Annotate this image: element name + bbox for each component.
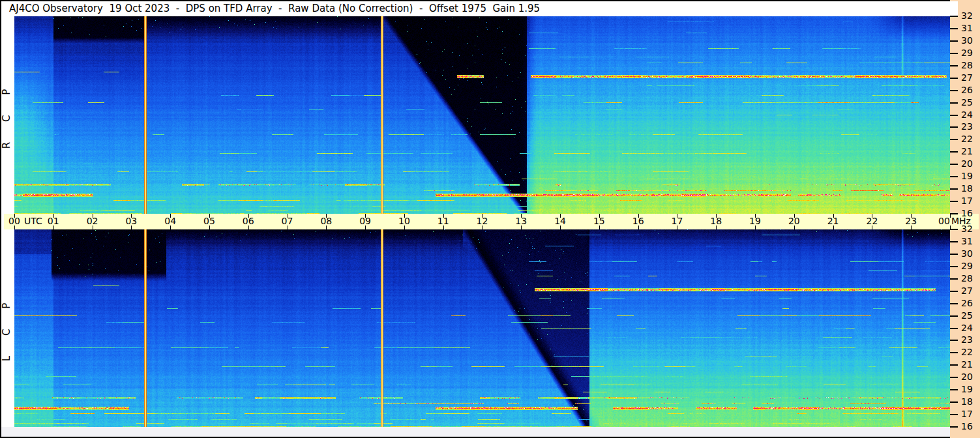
hour-tick — [716, 226, 717, 229]
hour-tick — [170, 226, 171, 229]
hour-tick — [443, 226, 444, 229]
freq-tick — [950, 291, 958, 292]
freq-tick — [950, 340, 958, 341]
hour-tick — [93, 214, 93, 218]
freq-tick — [950, 40, 958, 42]
hour-tick — [560, 226, 561, 229]
hour-tick — [53, 214, 54, 218]
hour-tick — [521, 226, 522, 229]
freq-tick — [950, 414, 958, 415]
freq-label: 21 — [961, 146, 978, 156]
freq-label: 22 — [961, 347, 978, 357]
hour-tick — [638, 226, 639, 229]
freq-tick — [950, 78, 958, 79]
freq-label: 23 — [961, 121, 978, 132]
freq-tick — [950, 90, 958, 91]
hour-tick — [599, 226, 600, 229]
hour-tick — [131, 214, 132, 218]
hour-tick — [365, 226, 366, 229]
rcp-panel-label: R C P — [1, 69, 14, 160]
hour-tick — [872, 214, 872, 218]
freq-label: 25 — [961, 97, 978, 108]
freq-label: 29 — [961, 261, 978, 271]
hour-tick — [93, 226, 93, 229]
hour-tick — [404, 214, 405, 218]
page-title: AJ4CO Observatory 19 Oct 2023 - DPS on T… — [1, 1, 958, 16]
hour-tick — [794, 214, 795, 218]
freq-label: 29 — [961, 48, 978, 58]
freq-label: 27 — [961, 285, 978, 296]
freq-tick — [950, 164, 958, 165]
bottom-margin — [1, 427, 950, 437]
freq-label: 20 — [961, 372, 978, 382]
freq-tick — [950, 278, 958, 280]
freq-tick — [950, 352, 958, 353]
hour-tick — [326, 226, 327, 229]
hour-tick — [833, 214, 834, 218]
hour-tick — [14, 214, 15, 218]
freq-label: 20 — [961, 158, 978, 169]
freq-label: 24 — [961, 323, 978, 333]
freq-label: 32 — [961, 224, 978, 234]
hour-tick — [404, 226, 405, 229]
hour-tick — [53, 226, 54, 229]
hour-tick — [755, 226, 756, 229]
freq-tick — [950, 254, 958, 255]
hour-tick — [599, 214, 600, 218]
hour-tick — [716, 214, 717, 218]
freq-tick — [950, 364, 958, 366]
hour-tick — [638, 214, 639, 218]
freq-label: 25 — [961, 310, 978, 321]
freq-tick — [950, 201, 958, 202]
hour-tick — [170, 214, 171, 218]
freq-tick — [950, 126, 958, 128]
hour-tick — [288, 214, 288, 218]
freq-tick — [950, 426, 958, 428]
hour-tick — [14, 226, 15, 229]
lcp-spectrogram — [14, 229, 950, 427]
freq-tick — [950, 151, 958, 153]
hour-tick — [443, 214, 444, 218]
freq-tick — [950, 28, 958, 29]
freq-label: 19 — [961, 171, 978, 181]
hour-tick — [248, 214, 249, 218]
freq-tick — [950, 241, 958, 242]
hour-tick — [483, 226, 483, 229]
freq-label: 30 — [961, 248, 978, 259]
hour-tick — [326, 214, 327, 218]
hour-tick — [521, 214, 522, 218]
freq-label: 16 — [961, 208, 978, 218]
hour-tick — [209, 226, 210, 229]
freq-tick — [950, 303, 958, 304]
hour-tick — [288, 226, 288, 229]
freq-label: 18 — [961, 396, 978, 407]
freq-label: 16 — [961, 421, 978, 431]
freq-label: 23 — [961, 334, 978, 345]
freq-tick — [950, 266, 958, 267]
freq-tick — [950, 102, 958, 104]
freq-tick — [950, 402, 958, 403]
freq-tick — [950, 176, 958, 177]
hour-tick — [911, 226, 912, 229]
freq-tick — [950, 315, 958, 317]
freq-label: 30 — [961, 35, 978, 46]
hour-tick — [248, 226, 249, 229]
lcp-panel-label: L C P — [1, 282, 14, 373]
hour-tick — [365, 214, 366, 218]
freq-label: 28 — [961, 273, 978, 284]
freq-label: 26 — [961, 298, 978, 308]
hour-tick — [483, 214, 483, 218]
freq-label: 31 — [961, 236, 978, 246]
freq-tick — [950, 115, 958, 116]
freq-label: 26 — [961, 85, 978, 95]
freq-tick — [950, 53, 958, 54]
freq-label: 28 — [961, 60, 978, 70]
freq-tick — [950, 328, 958, 329]
freq-label: 31 — [961, 23, 978, 33]
freq-label: 19 — [961, 384, 978, 394]
freq-tick — [950, 389, 958, 390]
hour-tick — [677, 226, 677, 229]
hour-tick — [872, 226, 872, 229]
hour-label: 00 — [930, 216, 958, 226]
freq-label: 32 — [961, 10, 978, 21]
